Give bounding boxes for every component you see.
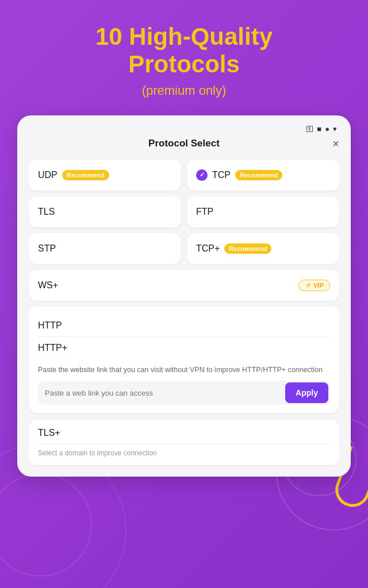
- protocol-stp-label: STP: [38, 243, 56, 254]
- protocol-ftp[interactable]: FTP: [187, 196, 339, 227]
- signal-icon: ■: [317, 125, 321, 133]
- protocol-wsplus-label: WS+: [38, 280, 58, 291]
- udp-recommend-badge: Recommend: [62, 170, 109, 180]
- tcpplus-recommend-badge: Recommend: [224, 243, 271, 254]
- tcp-recommend-badge: Recommend: [235, 170, 282, 180]
- tls-section: TLS+ Select a domain to improve connecti…: [29, 420, 339, 465]
- protocol-select-card: ⚿ ■ ● ▾ Protocol Select × UDP Recommend …: [17, 115, 351, 477]
- tls-description: Select a domain to improve connection: [38, 449, 330, 457]
- protocol-ftp-label: FTP: [196, 207, 213, 217]
- protocol-tcp[interactable]: TCP Recommend: [187, 160, 339, 191]
- protocol-tls[interactable]: TLS: [29, 196, 181, 227]
- protocol-http[interactable]: HTTP: [38, 315, 330, 336]
- protocol-tls-label: TLS: [38, 207, 55, 217]
- card-title: Protocol Select: [148, 138, 220, 149]
- protocol-tcpplus[interactable]: TCP+ Recommend: [187, 233, 339, 264]
- protocol-udp-label: UDP: [38, 170, 57, 180]
- key-icon: ⚿: [306, 125, 313, 133]
- web-link-input-row: Apply: [38, 381, 330, 405]
- bg-circle-5: [0, 473, 92, 577]
- tcp-check-icon: [196, 169, 208, 181]
- dot-icon: ●: [325, 125, 329, 133]
- http-description: Paste the website link that you can visi…: [38, 365, 330, 376]
- protocol-grid-row1: UDP Recommend TCP Recommend: [29, 160, 339, 191]
- protocol-stp[interactable]: STP: [29, 233, 181, 264]
- page-header: 10 High-Quality Protocols (premium only): [0, 0, 368, 110]
- protocol-tcp-label: TCP: [212, 170, 231, 180]
- http-section: HTTP HTTP+ Paste the website link that y…: [29, 307, 339, 413]
- page-title: 10 High-Quality Protocols: [12, 23, 356, 79]
- protocol-tlsplus[interactable]: TLS+: [38, 428, 330, 444]
- web-link-input[interactable]: [38, 383, 283, 403]
- protocol-grid-row3: STP TCP+ Recommend: [29, 233, 339, 264]
- card-header: Protocol Select ×: [29, 138, 339, 149]
- protocol-wsplus[interactable]: WS+ VIP: [29, 270, 339, 301]
- protocol-udp[interactable]: UDP Recommend: [29, 160, 181, 191]
- protocol-grid-row2: TLS FTP: [29, 196, 339, 227]
- apply-button[interactable]: Apply: [285, 382, 328, 403]
- close-button[interactable]: ×: [332, 138, 339, 149]
- protocol-tcpplus-label: TCP+: [196, 243, 220, 254]
- page-subtitle: (premium only): [12, 83, 356, 98]
- wifi-icon: ▾: [333, 125, 337, 133]
- wsplus-vip-badge: VIP: [298, 280, 330, 291]
- status-bar: ⚿ ■ ● ▾: [29, 125, 339, 133]
- protocol-httpplus[interactable]: HTTP+: [38, 337, 330, 359]
